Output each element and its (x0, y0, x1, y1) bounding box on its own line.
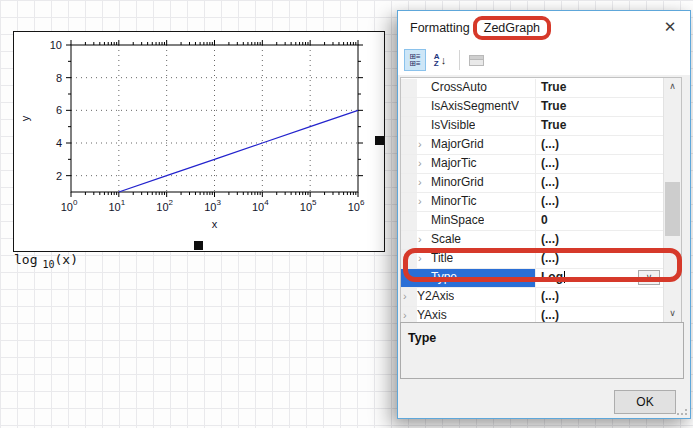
property-name-cell[interactable]: CrossAuto (401, 79, 536, 97)
property-value-cell[interactable]: (...) (536, 307, 663, 323)
grid-gutter (401, 98, 417, 116)
property-name-cell[interactable]: ›Y2Axis (401, 288, 536, 306)
property-pages-icon (469, 55, 484, 66)
property-value-cell[interactable]: (...) (536, 136, 663, 154)
formatting-window: Formatting ZedGraph ✕ ⊞≡ ⊞≡ AZ ↓ (397, 10, 691, 419)
property-name-cell[interactable]: ›MinorTic (401, 193, 536, 211)
property-value: (...) (541, 194, 559, 208)
svg-text:6: 6 (56, 104, 62, 116)
expand-chevron-icon[interactable]: › (418, 136, 422, 153)
expand-chevron-icon[interactable]: › (418, 231, 422, 248)
categorized-icon: ⊞≡ ⊞≡ (409, 53, 420, 67)
sort-alphabetical-button[interactable]: AZ ↓ (429, 49, 451, 71)
property-row-MinorTic[interactable]: ›MinorTic(...) (401, 193, 663, 212)
property-grid-rows: CrossAutoTrueIsAxisSegmentVTrueIsVisible… (401, 79, 663, 323)
formula-label[interactable]: log10(x) (14, 252, 78, 270)
svg-text:105: 105 (300, 198, 317, 213)
property-name: MajorTic (431, 155, 477, 172)
grid-gutter (401, 212, 417, 230)
resize-handle-bottom[interactable] (194, 241, 203, 250)
scroll-up-icon[interactable]: ∧ (664, 78, 681, 95)
property-name: IsVisible (431, 117, 475, 134)
property-row-YAxis[interactable]: ›YAxis(...) (401, 307, 663, 323)
property-row-IsVisible[interactable]: IsVisibleTrue (401, 117, 663, 136)
formula-suffix: (x) (55, 252, 78, 267)
property-value-cell[interactable]: (...) (536, 288, 663, 306)
svg-text:104: 104 (252, 198, 269, 213)
property-row-IsAxisSegmentV[interactable]: IsAxisSegmentVTrue (401, 98, 663, 117)
property-row-MinorGrid[interactable]: ›MinorGrid(...) (401, 174, 663, 193)
property-value-cell[interactable]: True (536, 98, 663, 116)
svg-text:103: 103 (204, 198, 221, 213)
expand-chevron-icon[interactable]: › (418, 155, 422, 172)
sort-alphabetical-icon: AZ ↓ (434, 53, 446, 67)
property-value-cell[interactable]: (...) (536, 174, 663, 192)
property-name-cell[interactable]: IsAxisSegmentV (401, 98, 536, 116)
property-name: YAxis (417, 307, 447, 323)
resize-grip[interactable] (677, 405, 687, 415)
expand-chevron-icon[interactable]: › (403, 288, 407, 305)
property-row-Y2Axis[interactable]: ›Y2Axis(...) (401, 288, 663, 307)
formula-prefix: log (14, 252, 37, 267)
property-value-cell[interactable]: 0 (536, 212, 663, 230)
svg-text:106: 106 (348, 198, 365, 213)
categorized-button[interactable]: ⊞≡ ⊞≡ (404, 49, 426, 71)
property-row-CrossAuto[interactable]: CrossAutoTrue (401, 79, 663, 98)
property-row-MajorGrid[interactable]: ›MajorGrid(...) (401, 136, 663, 155)
property-value-cell[interactable]: (...) (536, 155, 663, 173)
formula-subscript: 10 (42, 259, 54, 270)
property-name-cell[interactable]: IsVisible (401, 117, 536, 135)
property-name-cell[interactable]: ›Scale (401, 231, 536, 249)
resize-handle-right[interactable] (375, 136, 384, 145)
ok-button[interactable]: OK (614, 390, 676, 414)
property-grid: CrossAutoTrueIsAxisSegmentVTrueIsVisible… (400, 77, 682, 323)
property-value: True (541, 118, 566, 132)
property-value-cell[interactable]: True (536, 79, 663, 97)
property-name-cell[interactable]: ›YAxis (401, 307, 536, 323)
svg-text:4: 4 (56, 137, 62, 149)
property-value: (...) (541, 289, 559, 303)
close-icon[interactable]: ✕ (660, 17, 680, 37)
description-title: Type (408, 331, 436, 345)
property-name-cell[interactable]: ›MinorGrid (401, 174, 536, 192)
grid-gutter (401, 174, 417, 192)
zedgraph-chart-svg: 246810100101102103104105106xy (14, 32, 384, 251)
property-value: True (541, 80, 566, 94)
scrollbar[interactable]: ∧ ∨ (663, 78, 681, 322)
property-value: 0 (541, 213, 548, 227)
property-value-cell[interactable]: (...) (536, 193, 663, 211)
property-name: MinorGrid (431, 174, 484, 191)
expand-chevron-icon[interactable]: › (418, 174, 422, 191)
zedgraph-control[interactable]: 246810100101102103104105106xy (13, 31, 385, 252)
window-toolbar: ⊞≡ ⊞≡ AZ ↓ (398, 45, 690, 75)
property-name-cell[interactable]: ›MajorGrid (401, 136, 536, 154)
property-pages-button (465, 49, 487, 71)
property-value-cell[interactable]: (...) (536, 231, 663, 249)
svg-text:8: 8 (56, 72, 62, 84)
property-row-MinSpace[interactable]: MinSpace0 (401, 212, 663, 231)
scroll-down-icon[interactable]: ∨ (664, 305, 681, 322)
grid-gutter (401, 136, 417, 154)
property-name: MinorTic (431, 193, 477, 210)
property-value-cell[interactable]: True (536, 117, 663, 135)
property-name: Scale (431, 231, 461, 248)
expand-chevron-icon[interactable]: › (418, 193, 422, 210)
property-name: Y2Axis (417, 288, 454, 305)
description-panel: Type (400, 322, 684, 379)
property-row-MajorTic[interactable]: ›MajorTic(...) (401, 155, 663, 174)
property-value: (...) (541, 156, 559, 170)
scrollbar-thumb[interactable] (665, 182, 680, 236)
expand-chevron-icon[interactable]: › (403, 307, 407, 323)
grid-gutter (401, 193, 417, 211)
property-name-cell[interactable]: ›MajorTic (401, 155, 536, 173)
property-value: (...) (541, 137, 559, 151)
toolbar-separator (459, 50, 460, 70)
property-name-cell[interactable]: MinSpace (401, 212, 536, 230)
property-name: IsAxisSegmentV (431, 98, 519, 115)
property-name: MinSpace (431, 212, 484, 229)
window-titlebar[interactable]: Formatting ZedGraph ✕ (398, 11, 690, 45)
svg-text:10: 10 (50, 39, 62, 51)
grid-gutter (401, 79, 417, 97)
grid-gutter (401, 155, 417, 173)
property-value: (...) (541, 232, 559, 246)
